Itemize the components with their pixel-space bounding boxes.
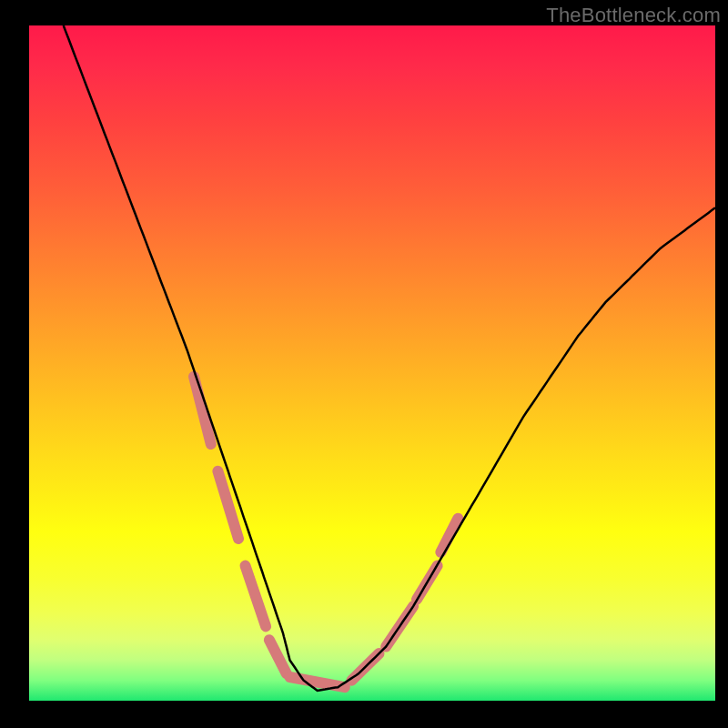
highlight-segment xyxy=(290,677,345,687)
highlight-segment xyxy=(269,640,287,673)
highlight-layer xyxy=(194,377,458,687)
chart-overlay xyxy=(0,0,728,728)
curve-layer xyxy=(64,25,715,691)
highlight-segment xyxy=(217,471,238,539)
watermark-text: TheBottleneck.com xyxy=(546,4,721,27)
bottleneck-curve xyxy=(64,25,715,691)
chart-frame: TheBottleneck.com xyxy=(0,0,728,728)
